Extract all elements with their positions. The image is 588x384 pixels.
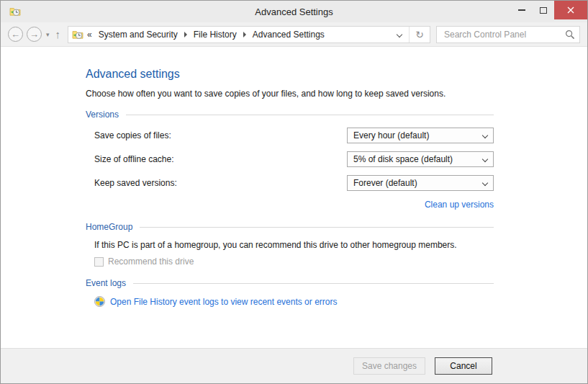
advanced-settings-window: Advanced Settings ← → ▾ ↑ « System and	[0, 0, 588, 384]
event-logs-section-header: Event logs	[86, 278, 494, 288]
refresh-button[interactable]: ↻	[410, 27, 430, 43]
offline-cache-row: Size of offline cache: 5% of disk space …	[94, 151, 494, 167]
close-button[interactable]	[554, 1, 587, 19]
chevron-down-icon	[482, 180, 488, 186]
event-logs-section-title: Event logs	[86, 278, 126, 288]
keep-versions-select[interactable]: Forever (default)	[347, 175, 494, 191]
recent-pages-button[interactable]: ▾	[46, 31, 50, 38]
keep-versions-label: Keep saved versions:	[94, 178, 177, 188]
back-icon: ←	[11, 30, 20, 39]
offline-cache-select[interactable]: 5% of disk space (default)	[347, 151, 494, 167]
versions-section-title: Versions	[86, 110, 119, 120]
save-copies-row: Save copies of files: Every hour (defaul…	[94, 128, 494, 143]
homegroup-description: If this PC is part of a homegroup, you c…	[94, 240, 494, 250]
up-button[interactable]: ↑	[55, 29, 61, 40]
cancel-button[interactable]: Cancel	[435, 357, 492, 375]
divider	[126, 115, 494, 115]
breadcrumb-separator-icon	[184, 32, 187, 37]
save-changes-button[interactable]: Save changes	[353, 357, 425, 375]
clean-up-versions-link[interactable]: Clean up versions	[425, 200, 494, 210]
maximize-button[interactable]	[533, 1, 554, 19]
window-controls	[511, 1, 587, 19]
address-bar[interactable]: « System and Security File History Advan…	[68, 26, 430, 43]
recommend-drive-label: Recommend this drive	[108, 256, 194, 267]
event-viewer-icon	[94, 296, 105, 307]
minimize-icon	[518, 9, 525, 11]
versions-section-header: Versions	[86, 110, 494, 120]
titlebar: Advanced Settings	[1, 1, 587, 22]
search-box	[436, 26, 580, 43]
window-title: Advanced Settings	[1, 6, 587, 17]
chevron-down-icon	[397, 31, 402, 37]
forward-button[interactable]: →	[27, 27, 42, 42]
chevron-down-icon	[482, 133, 488, 138]
homegroup-section-title: HomeGroup	[86, 222, 132, 232]
forward-icon: →	[30, 30, 39, 39]
divider	[133, 283, 494, 284]
offline-cache-value: 5% of disk space (default)	[353, 154, 453, 164]
homegroup-section-header: HomeGroup	[86, 222, 494, 232]
breadcrumb-collapsed-indicator[interactable]: «	[87, 30, 92, 40]
maximize-icon	[540, 7, 547, 14]
keep-versions-row: Keep saved versions: Forever (default)	[94, 175, 494, 191]
divider	[140, 227, 494, 228]
open-event-logs-link[interactable]: Open File History event logs to view rec…	[110, 297, 337, 307]
page-title: Advanced settings	[86, 68, 494, 81]
file-history-icon	[72, 29, 83, 40]
navigation-bar: ← → ▾ ↑ « System and Security File Histo…	[1, 22, 587, 47]
back-button[interactable]: ←	[8, 27, 23, 42]
search-icon[interactable]	[565, 30, 575, 40]
minimize-button[interactable]	[511, 1, 533, 19]
recommend-drive-checkbox[interactable]	[94, 257, 104, 267]
breadcrumb-item-file-history[interactable]: File History	[191, 30, 239, 40]
breadcrumb-item-advanced-settings[interactable]: Advanced Settings	[250, 30, 327, 40]
close-icon	[567, 6, 574, 14]
search-input[interactable]	[443, 29, 565, 40]
recommend-drive-row: Recommend this drive	[94, 256, 494, 267]
footer-button-bar: Save changes Cancel	[1, 348, 587, 383]
save-frequency-value: Every hour (default)	[353, 130, 429, 140]
intro-text: Choose how often you want to save copies…	[86, 89, 494, 99]
chevron-down-icon	[482, 156, 488, 162]
breadcrumb-separator-icon	[243, 32, 246, 37]
main-content: Advanced settings Choose how often you w…	[1, 47, 587, 348]
file-history-icon	[9, 6, 21, 17]
address-dropdown-button[interactable]	[390, 27, 409, 43]
save-frequency-select[interactable]: Every hour (default)	[347, 128, 494, 143]
offline-cache-label: Size of offline cache:	[94, 154, 174, 164]
save-copies-label: Save copies of files:	[94, 130, 171, 140]
breadcrumb-item-system-and-security[interactable]: System and Security	[96, 30, 180, 40]
keep-versions-value: Forever (default)	[353, 178, 417, 188]
